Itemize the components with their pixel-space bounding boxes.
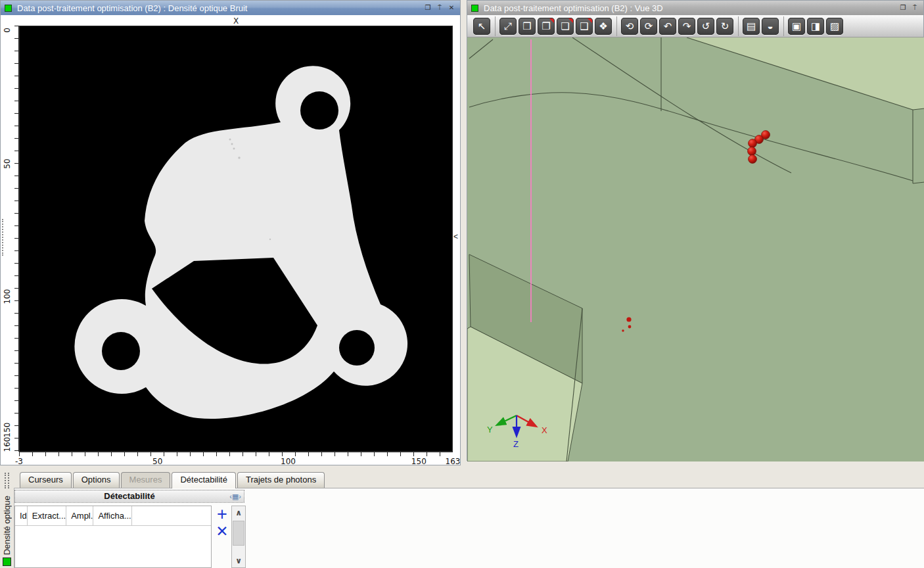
protractor-icon[interactable]: ◒ <box>762 18 779 35</box>
pin-button[interactable]: ⍑ <box>435 3 444 12</box>
x-tick-label: -3 <box>6 457 32 466</box>
scroll-up-icon[interactable]: ∧ <box>232 506 245 519</box>
column-header[interactable]: Extract... <box>28 506 66 525</box>
tab-mesures[interactable]: Mesures <box>121 472 171 488</box>
x-tick-label: 100 <box>275 457 302 466</box>
panel-vue-3d: Data post-traitement optimisation (B2) :… <box>467 0 924 461</box>
x-tick-label: 163 <box>440 457 466 466</box>
view-face-icon[interactable]: ❐ <box>538 18 555 35</box>
y-tick-label: 50 <box>3 154 12 174</box>
right-panel-title: Data post-traitement optimisation (B2) :… <box>484 3 663 13</box>
view3d-toolbar: ↖⤢❒❐❏❑❖⟲⟳↶↷↺↻▤◒▣◨▨ <box>467 15 923 37</box>
add-row-button[interactable]: + <box>214 506 230 523</box>
view-iso-icon[interactable]: ❖ <box>595 18 612 35</box>
rotate-cw-icon[interactable]: ↻ <box>716 18 733 35</box>
y-tick-label: 0 <box>3 20 12 40</box>
x-tick-label: 50 <box>145 457 171 466</box>
table-header-row: IdExtract...Ampl.Afficha... <box>15 506 211 526</box>
collapse-left-icon[interactable]: < <box>453 231 461 242</box>
detectabilite-table: IdExtract...Ampl.Afficha... <box>14 506 212 568</box>
splitter-grip[interactable] <box>2 219 4 256</box>
rotate-down-icon[interactable]: ↷ <box>678 18 695 35</box>
scroll-down-icon[interactable]: ∨ <box>232 554 245 567</box>
axis-label-x: X <box>542 425 547 435</box>
rotate-right-icon[interactable]: ⟳ <box>640 18 657 35</box>
view-wireframe-icon[interactable]: ❏ <box>557 18 574 35</box>
right-title-bar[interactable]: Data post-traitement optimisation (B2) :… <box>467 1 923 15</box>
column-header[interactable]: Afficha... <box>93 506 131 525</box>
x-axis-title: X <box>19 16 453 26</box>
rotate-up-icon[interactable]: ↶ <box>659 18 676 35</box>
tab-curseurs[interactable]: Curseurs <box>20 472 72 488</box>
bolt-hole-right <box>339 330 375 366</box>
y-axis-ticks <box>14 26 19 452</box>
clipping-box-icon[interactable]: ▣ <box>788 18 805 35</box>
document-icon <box>5 5 12 12</box>
x-tick-label: 150 <box>405 457 432 466</box>
column-header[interactable]: Ampl. <box>66 506 93 525</box>
document-icon <box>471 5 478 12</box>
gasket-part-image <box>20 26 453 452</box>
y-tick-label: 100 <box>3 287 12 306</box>
x-axis-ticks <box>19 452 453 456</box>
view-transparent-icon[interactable]: ❑ <box>576 18 593 35</box>
document-icon <box>3 557 11 566</box>
close-button[interactable]: ✕ <box>447 3 456 12</box>
float-button[interactable]: ❐ <box>898 3 908 12</box>
axis-label-z: Z <box>513 439 519 449</box>
section-view-icon[interactable]: ◨ <box>807 18 824 35</box>
panel-densite-optique-bruit: Data post-traitement optimisation (B2) :… <box>0 0 461 465</box>
pin-button[interactable]: ⍑ <box>910 3 919 12</box>
column-header[interactable]: Id <box>15 506 28 525</box>
axis-label-y: Y <box>487 425 493 435</box>
detectabilite-header[interactable]: Détectabilité ‹▦› <box>14 490 244 503</box>
side-tab-densite-optique[interactable]: Densité optique <box>1 490 13 568</box>
table-scrollbar[interactable]: ∧ ∨ <box>231 506 246 568</box>
bolt-hole-top <box>300 91 338 130</box>
rotate-left-icon[interactable]: ⟲ <box>621 18 638 35</box>
left-panel-title: Data post-traitement optimisation (B2) :… <box>17 3 247 13</box>
radiography-image[interactable] <box>19 26 453 452</box>
view3d-viewport[interactable]: Y X Z <box>467 37 924 462</box>
detectabilite-title: Détectabilité <box>104 491 154 501</box>
optical-density-plot: X 050100150160 -350100150163 <box>1 15 460 465</box>
scrollbar-thumb[interactable] <box>233 521 244 546</box>
side-tab-label: Densité optique <box>2 496 12 555</box>
remove-row-button[interactable]: ✕ <box>214 523 230 540</box>
left-title-bar[interactable]: Data post-traitement optimisation (B2) :… <box>1 1 460 15</box>
bottom-tab-bar: CurseursOptionsMesuresDétectabilitéTraje… <box>20 472 326 488</box>
tab-trajets-photons[interactable]: Trajets de photons <box>237 472 325 488</box>
select-cursor-icon[interactable]: ↖ <box>473 18 490 35</box>
tab-options[interactable]: Options <box>73 472 120 488</box>
detectabilite-panel: Détectabilité ‹▦› IdExtract...Ampl.Affic… <box>14 490 244 568</box>
fit-view-icon[interactable]: ⤢ <box>499 18 517 35</box>
ruler-icon[interactable]: ▤ <box>743 18 760 35</box>
view-solid-icon[interactable]: ❒ <box>519 18 536 35</box>
y-tick-label: 160 <box>3 435 12 454</box>
bolt-hole-left <box>102 332 140 370</box>
tab-detectabilite[interactable]: Détectabilité <box>172 472 236 488</box>
rotate-ccw-icon[interactable]: ↺ <box>697 18 714 35</box>
float-button[interactable]: ❐ <box>423 3 432 12</box>
hatch-section-icon[interactable]: ▨ <box>826 18 843 35</box>
panel-collapse-icon[interactable]: ‹▦› <box>229 492 241 501</box>
tabbar-drag-handle[interactable] <box>5 473 9 488</box>
